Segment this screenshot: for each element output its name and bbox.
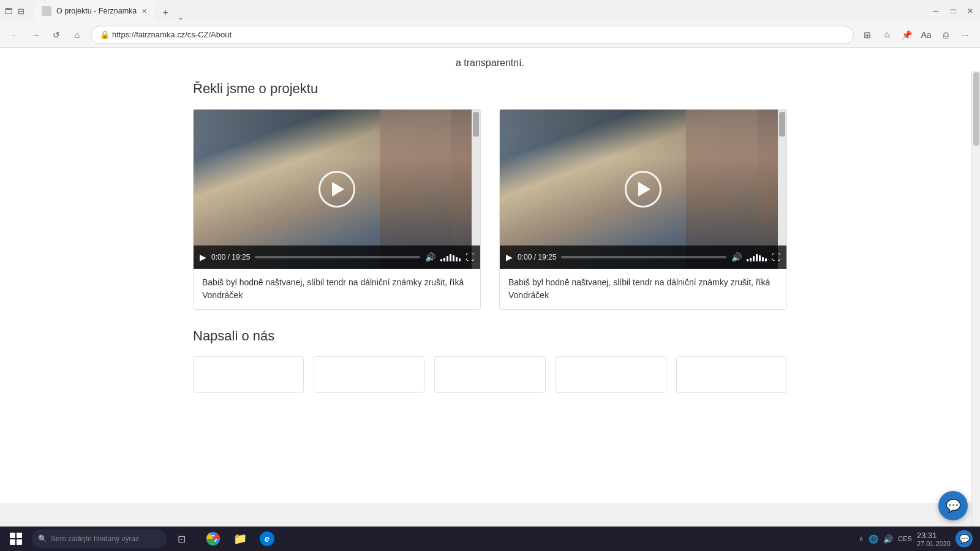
napsali-card-1[interactable] bbox=[193, 356, 304, 393]
taskbar-clock[interactable]: 23:31 27.01.2020 bbox=[917, 531, 951, 547]
taskbar-date: 27.01.2020 bbox=[917, 540, 951, 547]
maximize-button[interactable]: □ bbox=[948, 6, 958, 16]
page-content: a transparentní. Řekli jsme o projektu bbox=[0, 48, 980, 503]
video-controls-1: ▶ 0:00 / 19:25 🔊 ⛶ bbox=[194, 246, 480, 269]
volume-bars-2 bbox=[747, 253, 767, 261]
url-text: https://fairznamka.cz/cs-CZ/About bbox=[112, 30, 232, 39]
play-button-1[interactable] bbox=[318, 171, 355, 208]
close-button[interactable]: ✕ bbox=[965, 6, 975, 16]
taskbar-search-icon: 🔍 bbox=[38, 534, 47, 543]
ctrl-progress-1[interactable] bbox=[255, 256, 420, 258]
ctrl-volume-2[interactable]: 🔊 bbox=[731, 252, 742, 262]
edge-app[interactable]: e bbox=[255, 527, 279, 550]
taskbar-time: 23:31 bbox=[917, 531, 951, 540]
napsali-card-4[interactable] bbox=[556, 356, 666, 393]
tab-title: O projektu - Ferznamka bbox=[56, 7, 137, 15]
file-explorer-app[interactable]: 📁 bbox=[228, 527, 252, 550]
windows-logo-icon bbox=[10, 533, 22, 545]
back-button[interactable]: ← bbox=[7, 28, 22, 42]
window-icon[interactable]: 🗔 bbox=[5, 7, 13, 16]
forward-button[interactable]: → bbox=[28, 28, 43, 42]
edge-icon: e bbox=[260, 531, 274, 546]
ctrl-progress-2[interactable] bbox=[561, 256, 726, 258]
volume-bars-1 bbox=[440, 253, 461, 261]
file-explorer-icon: 📁 bbox=[233, 531, 247, 546]
chat-bubble-icon: 💬 bbox=[946, 498, 961, 513]
page-scrollbar[interactable] bbox=[971, 71, 980, 527]
address-bar: ← → ↺ ⌂ 🔒 https://fairznamka.cz/cs-CZ/Ab… bbox=[0, 22, 980, 48]
ctrl-time-1: 0:00 / 19:25 bbox=[211, 253, 250, 261]
tab-dropdown-button[interactable]: ⌄ bbox=[178, 13, 184, 21]
refresh-button[interactable]: ↺ bbox=[49, 28, 64, 42]
ctrl-fullscreen-1[interactable]: ⛶ bbox=[466, 252, 474, 262]
scroll-thumb-2 bbox=[779, 112, 785, 137]
video-scrollbar-1[interactable] bbox=[472, 110, 480, 269]
napsali-card-3[interactable] bbox=[434, 356, 545, 393]
new-tab-button[interactable]: + bbox=[157, 4, 174, 21]
play-icon-2 bbox=[638, 182, 650, 197]
collections-icon[interactable]: ⊞ bbox=[860, 28, 875, 42]
ctrl-fullscreen-2[interactable]: ⛶ bbox=[772, 252, 780, 262]
window-manage-icon[interactable]: ⊟ bbox=[18, 7, 24, 16]
play-icon-1 bbox=[332, 182, 344, 197]
more-icon[interactable]: ··· bbox=[958, 28, 973, 42]
videos-section: Řekli jsme o projektu bbox=[168, 69, 812, 310]
video-card-2: ▶ 0:00 / 19:25 🔊 ⛶ bbox=[499, 109, 787, 310]
taskbar-tray: ∧ 🌐 🔊 CES 23:31 27.01.2020 💬 bbox=[859, 530, 978, 547]
url-input[interactable]: 🔒 https://fairznamka.cz/cs-CZ/About bbox=[91, 26, 854, 44]
tray-volume-icon[interactable]: 🔊 bbox=[883, 534, 893, 544]
ctrl-play-2[interactable]: ▶ bbox=[506, 252, 513, 262]
title-bar: 🗔 ⊟ O projektu - Ferznamka ✕ + ⌄ ─ □ ✕ bbox=[0, 0, 980, 22]
video-controls-2: ▶ 0:00 / 19:25 🔊 ⛶ bbox=[500, 246, 786, 269]
taskbar: 🔍 Sem zadejte hledaný výraz ⊡ bbox=[0, 527, 980, 551]
napsali-cards bbox=[193, 356, 787, 393]
home-button[interactable]: ⌂ bbox=[70, 28, 85, 42]
task-view-button[interactable]: ⊡ bbox=[169, 527, 194, 550]
chat-icon: 💬 bbox=[959, 534, 970, 544]
window-controls: ─ □ ✕ bbox=[931, 6, 975, 16]
page-scroll-thumb bbox=[973, 72, 979, 146]
video-thumbnail-2[interactable]: ▶ 0:00 / 19:25 🔊 ⛶ bbox=[500, 110, 786, 269]
video-caption-1: Babiš byl hodně naštvanej, slíbil tendr … bbox=[194, 269, 480, 309]
napsali-section: Napsali o nás bbox=[168, 310, 812, 393]
section1-title: Řekli jsme o projektu bbox=[193, 81, 787, 97]
task-view-icon: ⊡ bbox=[174, 531, 189, 546]
share-icon[interactable]: ⎙ bbox=[938, 28, 953, 42]
tray-expand-icon[interactable]: ∧ bbox=[859, 535, 864, 543]
minimize-button[interactable]: ─ bbox=[931, 6, 941, 16]
start-button[interactable] bbox=[2, 527, 29, 551]
browser-toolbar: ⊞ ☆ 📌 Aa ⎙ ··· bbox=[860, 28, 973, 42]
video-thumbnail-1[interactable]: ▶ 0:00 / 19:25 🔊 ⛶ bbox=[194, 110, 480, 269]
video-caption-2: Babiš byl hodně naštvanej, slíbil tendr … bbox=[500, 269, 786, 309]
ctrl-time-2: 0:00 / 19:25 bbox=[518, 253, 556, 261]
scroll-thumb-1 bbox=[473, 112, 479, 137]
chrome-icon bbox=[206, 531, 221, 546]
action-center-button[interactable]: 💬 bbox=[956, 530, 973, 547]
tab-favicon bbox=[42, 6, 51, 16]
napsali-card-2[interactable] bbox=[314, 356, 424, 393]
pin-icon[interactable]: 📌 bbox=[899, 28, 914, 42]
napsali-card-5[interactable] bbox=[676, 356, 787, 393]
section2-title: Napsali o nás bbox=[193, 328, 787, 344]
tray-network-icon[interactable]: 🌐 bbox=[869, 534, 878, 544]
language-indicator: CES bbox=[898, 535, 912, 542]
ctrl-play-1[interactable]: ▶ bbox=[200, 252, 206, 262]
videos-grid: ▶ 0:00 / 19:25 🔊 ⛶ bbox=[193, 109, 787, 310]
chrome-app[interactable] bbox=[201, 527, 225, 550]
active-tab[interactable]: O projektu - Ferznamka ✕ bbox=[34, 1, 154, 21]
taskbar-apps: 📁 e bbox=[201, 527, 279, 550]
ctrl-volume-1[interactable]: 🔊 bbox=[425, 252, 435, 262]
favorites-icon[interactable]: ☆ bbox=[880, 28, 894, 42]
play-button-2[interactable] bbox=[625, 171, 662, 208]
video-scrollbar-2[interactable] bbox=[778, 110, 786, 269]
taskbar-search-text: Sem zadejte hledaný výraz bbox=[51, 534, 139, 543]
tab-close-button[interactable]: ✕ bbox=[141, 7, 147, 15]
video-card-1: ▶ 0:00 / 19:25 🔊 ⛶ bbox=[193, 109, 481, 310]
read-aloud-icon[interactable]: Aa bbox=[919, 28, 933, 42]
chat-bubble-button[interactable]: 💬 bbox=[938, 491, 968, 520]
taskbar-search[interactable]: 🔍 Sem zadejte hledaný výraz bbox=[32, 530, 167, 548]
